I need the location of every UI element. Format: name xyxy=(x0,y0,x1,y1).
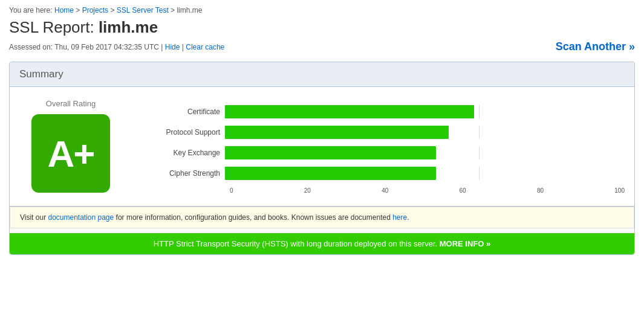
chart-bar-row: Protocol Support xyxy=(146,126,625,139)
axis-tick: 100 xyxy=(614,187,625,194)
chart-bar-row: Certificate xyxy=(146,105,625,118)
info-bar: Visit our documentation page for more in… xyxy=(10,207,634,228)
axis-tick: 40 xyxy=(382,187,388,194)
chart-axis-inner: 020406080100 xyxy=(230,187,625,194)
summary-footer: Visit our documentation page for more in… xyxy=(10,206,634,254)
breadcrumb-home[interactable]: Home xyxy=(54,6,74,14)
chart-bar-row: Cipher Strength xyxy=(146,167,625,180)
breadcrumb: You are here: Home > Projects > SSL Serv… xyxy=(9,6,635,14)
rating-section: Overall Rating A+ xyxy=(19,99,122,193)
chart-bars: CertificateProtocol SupportKey ExchangeC… xyxy=(146,105,625,180)
assessed-info: Assessed on: Thu, 09 Feb 2017 04:32:35 U… xyxy=(9,43,224,51)
hsts-more-info-link[interactable]: MORE INFO » xyxy=(440,239,491,248)
page-title: SSL Report: limh.me xyxy=(9,18,635,37)
summary-box: Summary Overall Rating A+ CertificatePro… xyxy=(9,62,635,255)
documentation-link[interactable]: documentation page xyxy=(48,213,114,222)
assessed-label: Assessed on: xyxy=(9,43,53,51)
chart-bar-label: Certificate xyxy=(146,108,225,116)
axis-tick: 0 xyxy=(230,187,233,194)
breadcrumb-prefix: You are here: xyxy=(9,6,53,14)
breadcrumb-projects[interactable]: Projects xyxy=(82,6,108,14)
assessed-row: Assessed on: Thu, 09 Feb 2017 04:32:35 U… xyxy=(9,40,635,53)
axis-tick: 20 xyxy=(304,187,311,194)
chart-bar-label: Cipher Strength xyxy=(146,169,225,178)
here-link[interactable]: here xyxy=(392,213,407,222)
chart-bar-fill xyxy=(225,146,436,159)
summary-header: Summary xyxy=(10,62,634,87)
chart-section: CertificateProtocol SupportKey ExchangeC… xyxy=(146,99,625,194)
grade-value: A+ xyxy=(48,132,94,175)
axis-tick: 80 xyxy=(537,187,544,194)
overall-rating-label: Overall Rating xyxy=(46,99,96,108)
clear-cache-link[interactable]: Clear cache xyxy=(186,43,224,51)
chart-bar-label: Key Exchange xyxy=(146,149,225,157)
summary-content: Overall Rating A+ CertificateProtocol Su… xyxy=(10,87,634,206)
breadcrumb-current: limh.me xyxy=(177,6,202,14)
hsts-bar: HTTP Strict Transport Security (HSTS) wi… xyxy=(10,233,634,254)
chart-bar-row: Key Exchange xyxy=(146,146,625,159)
chart-bar-fill xyxy=(225,105,474,118)
assessed-datetime: Thu, 09 Feb 2017 04:32:35 UTC xyxy=(54,43,159,51)
axis-tick: 60 xyxy=(460,187,466,194)
chart-bar-fill xyxy=(225,126,449,139)
chart-bar-fill xyxy=(225,167,436,180)
grade-badge: A+ xyxy=(31,114,110,193)
scan-another-link[interactable]: Scan Another » xyxy=(556,40,635,53)
chart-bar-label: Protocol Support xyxy=(146,128,225,137)
hide-link[interactable]: Hide xyxy=(165,43,180,51)
chart-axis: 020406080100 xyxy=(230,187,625,194)
breadcrumb-ssl-server-test[interactable]: SSL Server Test xyxy=(117,6,169,14)
